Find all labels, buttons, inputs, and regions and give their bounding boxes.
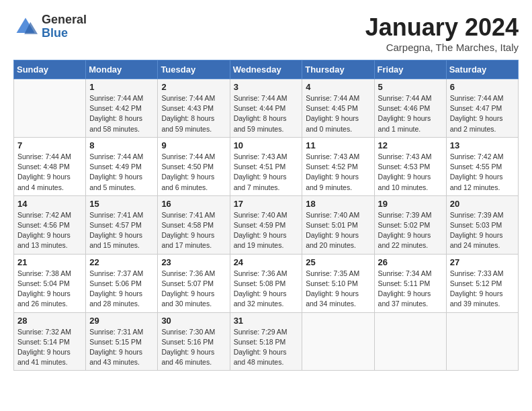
calendar-day-cell: 27Sunrise: 7:33 AM Sunset: 5:12 PM Dayli… xyxy=(446,254,518,312)
calendar-header-row: SundayMondayTuesdayWednesdayThursdayFrid… xyxy=(14,60,519,79)
day-number: 13 xyxy=(450,140,515,150)
day-number: 27 xyxy=(450,257,515,267)
calendar-day-cell: 23Sunrise: 7:36 AM Sunset: 5:07 PM Dayli… xyxy=(158,254,230,312)
calendar-day-cell: 15Sunrise: 7:41 AM Sunset: 4:57 PM Dayli… xyxy=(86,195,158,254)
calendar-day-cell: 20Sunrise: 7:39 AM Sunset: 5:03 PM Dayli… xyxy=(446,195,518,254)
day-number: 18 xyxy=(306,199,370,209)
day-info: Sunrise: 7:36 AM Sunset: 5:07 PM Dayligh… xyxy=(161,269,226,310)
day-info: Sunrise: 7:41 AM Sunset: 4:57 PM Dayligh… xyxy=(89,210,154,251)
logo-text: General Blue xyxy=(42,13,87,40)
day-info: Sunrise: 7:33 AM Sunset: 5:12 PM Dayligh… xyxy=(450,269,515,310)
weekday-header: Sunday xyxy=(14,60,86,79)
calendar-day-cell: 10Sunrise: 7:43 AM Sunset: 4:51 PM Dayli… xyxy=(230,137,302,195)
day-info: Sunrise: 7:39 AM Sunset: 5:03 PM Dayligh… xyxy=(450,210,515,251)
day-info: Sunrise: 7:36 AM Sunset: 5:08 PM Dayligh… xyxy=(234,269,299,310)
day-info: Sunrise: 7:44 AM Sunset: 4:50 PM Dayligh… xyxy=(161,152,226,193)
calendar-week-row: 21Sunrise: 7:38 AM Sunset: 5:04 PM Dayli… xyxy=(14,254,519,312)
calendar-day-cell: 25Sunrise: 7:35 AM Sunset: 5:10 PM Dayli… xyxy=(302,254,374,312)
day-info: Sunrise: 7:44 AM Sunset: 4:44 PM Dayligh… xyxy=(234,93,299,134)
weekday-header: Wednesday xyxy=(230,60,302,79)
calendar-day-cell: 31Sunrise: 7:29 AM Sunset: 5:18 PM Dayli… xyxy=(230,312,302,371)
calendar-day-cell xyxy=(14,79,86,138)
day-info: Sunrise: 7:29 AM Sunset: 5:18 PM Dayligh… xyxy=(234,327,299,368)
day-info: Sunrise: 7:44 AM Sunset: 4:45 PM Dayligh… xyxy=(306,93,370,134)
day-number: 17 xyxy=(234,199,299,209)
calendar-day-cell: 24Sunrise: 7:36 AM Sunset: 5:08 PM Dayli… xyxy=(230,254,302,312)
calendar-day-cell: 12Sunrise: 7:43 AM Sunset: 4:53 PM Dayli… xyxy=(374,137,446,195)
calendar-day-cell: 19Sunrise: 7:39 AM Sunset: 5:02 PM Dayli… xyxy=(374,195,446,254)
day-number: 16 xyxy=(161,199,226,209)
day-number: 14 xyxy=(17,199,82,209)
day-number: 11 xyxy=(306,140,370,150)
day-number: 2 xyxy=(161,82,226,92)
page-header: General Blue January 2024 Carpegna, The … xyxy=(13,13,519,53)
day-number: 6 xyxy=(450,82,515,92)
calendar-day-cell: 18Sunrise: 7:40 AM Sunset: 5:01 PM Dayli… xyxy=(302,195,374,254)
day-info: Sunrise: 7:44 AM Sunset: 4:47 PM Dayligh… xyxy=(450,93,515,134)
day-number: 8 xyxy=(89,140,154,150)
day-number: 20 xyxy=(450,199,515,209)
logo-icon xyxy=(13,15,38,39)
calendar-day-cell: 2Sunrise: 7:44 AM Sunset: 4:43 PM Daylig… xyxy=(158,79,230,138)
calendar-day-cell: 28Sunrise: 7:32 AM Sunset: 5:14 PM Dayli… xyxy=(14,312,86,371)
calendar-day-cell xyxy=(302,312,374,371)
weekday-header: Tuesday xyxy=(158,60,230,79)
day-number: 25 xyxy=(306,257,370,267)
calendar-day-cell: 6Sunrise: 7:44 AM Sunset: 4:47 PM Daylig… xyxy=(446,79,518,138)
day-number: 29 xyxy=(89,316,154,326)
day-number: 3 xyxy=(234,82,299,92)
weekday-header: Saturday xyxy=(446,60,518,79)
logo-blue: Blue xyxy=(42,27,87,40)
logo-general: General xyxy=(42,13,87,27)
day-info: Sunrise: 7:34 AM Sunset: 5:11 PM Dayligh… xyxy=(378,269,443,310)
calendar-table: SundayMondayTuesdayWednesdayThursdayFrid… xyxy=(13,60,519,371)
month-title: January 2024 xyxy=(365,13,519,42)
day-number: 9 xyxy=(161,140,226,150)
day-number: 22 xyxy=(89,257,154,267)
weekday-header: Friday xyxy=(374,60,446,79)
day-info: Sunrise: 7:44 AM Sunset: 4:46 PM Dayligh… xyxy=(378,93,443,134)
day-number: 26 xyxy=(378,257,443,267)
day-info: Sunrise: 7:37 AM Sunset: 5:06 PM Dayligh… xyxy=(89,269,154,310)
calendar-day-cell: 30Sunrise: 7:30 AM Sunset: 5:16 PM Dayli… xyxy=(158,312,230,371)
logo: General Blue xyxy=(13,13,87,40)
day-info: Sunrise: 7:40 AM Sunset: 5:01 PM Dayligh… xyxy=(306,210,370,251)
weekday-header: Thursday xyxy=(302,60,374,79)
day-number: 24 xyxy=(234,257,299,267)
calendar-day-cell: 3Sunrise: 7:44 AM Sunset: 4:44 PM Daylig… xyxy=(230,79,302,138)
calendar-day-cell: 1Sunrise: 7:44 AM Sunset: 4:42 PM Daylig… xyxy=(86,79,158,138)
day-info: Sunrise: 7:41 AM Sunset: 4:58 PM Dayligh… xyxy=(161,210,226,251)
calendar-week-row: 28Sunrise: 7:32 AM Sunset: 5:14 PM Dayli… xyxy=(14,312,519,371)
day-info: Sunrise: 7:43 AM Sunset: 4:51 PM Dayligh… xyxy=(234,152,299,193)
day-number: 23 xyxy=(161,257,226,267)
calendar-day-cell: 14Sunrise: 7:42 AM Sunset: 4:56 PM Dayli… xyxy=(14,195,86,254)
day-number: 30 xyxy=(161,316,226,326)
day-info: Sunrise: 7:44 AM Sunset: 4:42 PM Dayligh… xyxy=(89,93,154,134)
day-number: 21 xyxy=(17,257,82,267)
calendar-week-row: 1Sunrise: 7:44 AM Sunset: 4:42 PM Daylig… xyxy=(14,79,519,138)
calendar-week-row: 14Sunrise: 7:42 AM Sunset: 4:56 PM Dayli… xyxy=(14,195,519,254)
day-number: 31 xyxy=(234,316,299,326)
day-number: 12 xyxy=(378,140,443,150)
weekday-header: Monday xyxy=(86,60,158,79)
day-info: Sunrise: 7:35 AM Sunset: 5:10 PM Dayligh… xyxy=(306,269,370,310)
day-info: Sunrise: 7:43 AM Sunset: 4:52 PM Dayligh… xyxy=(306,152,370,193)
day-info: Sunrise: 7:39 AM Sunset: 5:02 PM Dayligh… xyxy=(378,210,443,251)
title-section: January 2024 Carpegna, The Marches, Ital… xyxy=(365,13,519,53)
day-info: Sunrise: 7:44 AM Sunset: 4:49 PM Dayligh… xyxy=(89,152,154,193)
day-info: Sunrise: 7:44 AM Sunset: 4:43 PM Dayligh… xyxy=(161,93,226,134)
calendar-day-cell: 7Sunrise: 7:44 AM Sunset: 4:48 PM Daylig… xyxy=(14,137,86,195)
calendar-day-cell: 13Sunrise: 7:42 AM Sunset: 4:55 PM Dayli… xyxy=(446,137,518,195)
day-info: Sunrise: 7:43 AM Sunset: 4:53 PM Dayligh… xyxy=(378,152,443,193)
day-info: Sunrise: 7:38 AM Sunset: 5:04 PM Dayligh… xyxy=(17,269,82,310)
calendar-day-cell: 17Sunrise: 7:40 AM Sunset: 4:59 PM Dayli… xyxy=(230,195,302,254)
calendar-day-cell: 9Sunrise: 7:44 AM Sunset: 4:50 PM Daylig… xyxy=(158,137,230,195)
day-info: Sunrise: 7:30 AM Sunset: 5:16 PM Dayligh… xyxy=(161,327,226,368)
day-number: 7 xyxy=(17,140,82,150)
calendar-day-cell: 11Sunrise: 7:43 AM Sunset: 4:52 PM Dayli… xyxy=(302,137,374,195)
day-info: Sunrise: 7:42 AM Sunset: 4:55 PM Dayligh… xyxy=(450,152,515,193)
calendar-week-row: 7Sunrise: 7:44 AM Sunset: 4:48 PM Daylig… xyxy=(14,137,519,195)
calendar-day-cell xyxy=(374,312,446,371)
calendar-day-cell: 26Sunrise: 7:34 AM Sunset: 5:11 PM Dayli… xyxy=(374,254,446,312)
day-number: 4 xyxy=(306,82,370,92)
